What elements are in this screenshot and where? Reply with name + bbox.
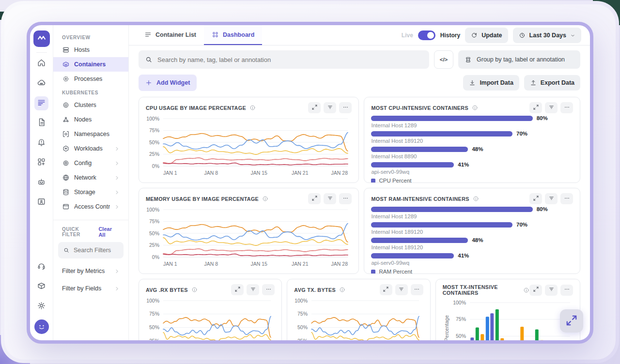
sidebar-item-workloads[interactable]: Workloads [58, 141, 124, 156]
svg-text:JAN 1: JAN 1 [163, 261, 177, 267]
grid-icon [212, 31, 219, 38]
usage-bar [371, 162, 454, 167]
info-icon [473, 196, 479, 202]
widget-filter-button[interactable] [395, 284, 408, 295]
usage-bar [371, 207, 532, 212]
legend-swatch [371, 179, 375, 183]
widget-filter-button[interactable] [324, 102, 336, 113]
sidebar-item-access-control[interactable]: Access Control [58, 199, 124, 214]
widget-expand-button[interactable] [231, 284, 244, 295]
tab-dashboard[interactable]: Dashboard [204, 25, 262, 45]
history-label: History [440, 32, 460, 39]
widget-more-button[interactable] [339, 102, 352, 113]
filter-search-input[interactable] [74, 247, 119, 254]
app-logo[interactable] [33, 30, 50, 47]
rail-item-headset[interactable] [34, 260, 48, 274]
expand-icon [311, 195, 318, 201]
ellipsis-icon [265, 286, 272, 294]
svg-text:100%: 100% [146, 116, 159, 121]
sidebar-item-processes[interactable]: Processes [58, 72, 124, 86]
sidebar-section-label: OVERVIEW [62, 35, 120, 40]
user-avatar[interactable] [34, 319, 49, 334]
series-red-line [163, 254, 348, 256]
expand-icon [533, 195, 539, 203]
svg-text:25%: 25% [297, 338, 308, 340]
export-data-button[interactable]: Export Data [524, 75, 580, 91]
rail-item-id-card[interactable] [34, 196, 48, 210]
date-range-button[interactable]: Last 30 Days [513, 28, 581, 43]
rail-item-file[interactable] [34, 116, 48, 130]
widget-more-button[interactable] [411, 284, 423, 295]
widget-expand-button[interactable] [529, 285, 542, 296]
main-search-input[interactable] [157, 56, 423, 63]
query-code-button[interactable]: </> [434, 50, 453, 69]
cloud-icon [37, 78, 46, 89]
ellipsis-icon [564, 104, 570, 112]
widget-more-button[interactable] [560, 285, 573, 296]
rail-item-list-filter[interactable] [34, 96, 48, 110]
bar-purple [470, 337, 474, 340]
filter-icon [250, 286, 256, 294]
widget-cpu-usage: CPU USAGE BY IMAGE PERCENTAGE 100%75%50%… [139, 97, 359, 183]
sidebar-item-storage[interactable]: Storage [58, 185, 124, 199]
widget-expand-button[interactable] [308, 102, 321, 113]
bar-entry: 41%api-serv0-99wq [371, 253, 573, 266]
widget-expand-button[interactable] [529, 102, 542, 113]
chevron-right-icon [114, 161, 120, 166]
search-icon [63, 247, 70, 254]
widget-expand-button[interactable] [529, 193, 542, 204]
rail-item-robot[interactable] [34, 176, 48, 190]
expand-icon [533, 104, 539, 110]
sidebar-item-hosts[interactable]: Hosts [58, 43, 124, 57]
usage-bar [371, 116, 532, 121]
widget-filter-button[interactable] [324, 193, 336, 204]
main-content: Container List Dashboard Live History Up… [129, 25, 590, 340]
sidebar-item-filter-by-metrics[interactable]: Filter by Metrics [58, 262, 124, 280]
bar-value: 80% [537, 206, 548, 212]
sidebar-item-nodes[interactable]: Nodes [58, 112, 124, 127]
widget-more-button[interactable] [339, 193, 352, 204]
rail-item-grid-plus[interactable] [34, 156, 48, 170]
clear-all-link[interactable]: Clear All [98, 226, 120, 238]
sidebar-item-clusters[interactable]: Clusters [58, 98, 124, 112]
rail-item-gear[interactable] [34, 300, 48, 314]
main-search[interactable] [139, 50, 429, 69]
group-by-button[interactable]: Group by tag, label or annotation [458, 50, 580, 69]
widget-expand-button[interactable] [380, 284, 392, 295]
tab-container-list[interactable]: Container List [137, 25, 204, 45]
widget-filter-button[interactable] [545, 285, 558, 296]
widget-filter-button[interactable] [545, 102, 558, 113]
widget-more-button[interactable] [262, 284, 275, 295]
sidebar-item-containers[interactable]: Containers [53, 57, 128, 72]
widget-title: MOST RAM-INTENSIVE CONTAINERS [371, 196, 469, 202]
rail-item-home[interactable] [34, 57, 48, 71]
bar-orange [500, 338, 504, 340]
widget-most-tx-intensive: MOST TX-INTENSIVE CONTAINERS 100%75%50%2… [435, 279, 580, 340]
chevron-right-icon [114, 286, 120, 291]
filter-search[interactable] [58, 242, 124, 258]
rail-item-package-plus[interactable] [34, 280, 48, 294]
info-icon [472, 105, 478, 111]
add-widget-button[interactable]: Add Widget [139, 75, 197, 91]
widget-filter-button[interactable] [545, 193, 558, 204]
rail-item-bell-alert[interactable] [34, 136, 48, 150]
filter-icon [548, 286, 555, 294]
rail-item-cloud[interactable] [34, 76, 48, 91]
cloud-icon [37, 78, 46, 87]
expand-icon [311, 195, 318, 203]
widget-more-button[interactable] [560, 193, 573, 204]
processes-icon [62, 75, 70, 83]
sidebar-item-namespaces[interactable]: Namespaces [58, 127, 124, 141]
sidebar-item-network[interactable]: Network [58, 170, 124, 185]
app-window: OVERVIEWHostsContainersProcessesKUBERNET… [27, 22, 593, 344]
widget-more-button[interactable] [560, 102, 573, 113]
expand-button[interactable] [560, 309, 583, 333]
history-toggle[interactable] [418, 30, 435, 40]
widget-filter-button[interactable] [247, 284, 259, 295]
import-data-button[interactable]: Import Data [463, 75, 519, 91]
sidebar-item-config[interactable]: Config [58, 156, 124, 170]
expand-icon [311, 104, 318, 112]
widget-expand-button[interactable] [308, 193, 321, 204]
sidebar-item-filter-by-fields[interactable]: Filter by Fields [58, 280, 124, 297]
update-button[interactable]: Update [465, 28, 508, 43]
